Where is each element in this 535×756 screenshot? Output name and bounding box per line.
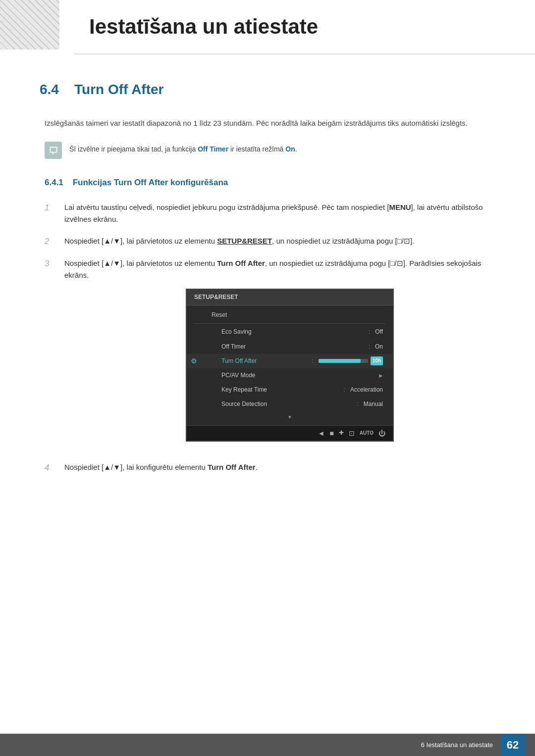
section-title-text: Turn Off After (74, 82, 163, 97)
intro-paragraph: Izslēgšanās taimeri var iestatīt diapazo… (40, 117, 495, 129)
nav-enter-icon: ⊡ (349, 428, 355, 439)
step-3-number: 3 (45, 257, 54, 270)
nav-stop-icon: ■ (329, 428, 333, 439)
menu-key: MENU (389, 203, 411, 211)
footer-text: 6 Iestatīšana un atiestate (421, 740, 493, 750)
subsection-number: 6.4.1 (45, 178, 63, 187)
chapter-title: Iestatīšana un atiestate (89, 15, 318, 38)
screen-nav-bar: ◄ ■ ✚ ⊡ AUTO ⏻ (187, 425, 393, 441)
step-4-content: Nospiediet [▲/▼], lai konfigurētu elemen… (64, 461, 495, 473)
screen-menu: Reset Eco Saving : Off (187, 305, 393, 425)
step-3-content: Nospiediet [▲/▼], lai pārvietotos uz ele… (64, 257, 495, 452)
turn-off-after-label-step4: Turn Off After (208, 463, 256, 471)
note-highlight-off-timer: Off Timer (198, 145, 228, 153)
progress-label: 10h (371, 356, 383, 365)
step-2-content: Nospiediet [▲/▼], lai pārvietotos uz ele… (64, 235, 495, 247)
note-icon (45, 142, 62, 159)
decorative-pattern (0, 0, 59, 50)
turn-off-after-label-step3: Turn Off After (217, 259, 265, 267)
screen-title: SETUP&RESET (187, 290, 393, 305)
progress-bar (319, 359, 368, 363)
note-box: Šī izvēlne ir pieejama tikai tad, ja fun… (40, 142, 495, 159)
progress-fill (319, 359, 361, 363)
step-1-number: 1 (45, 202, 54, 214)
menu-item-source-detection: Source Detection : Manual (187, 397, 393, 411)
screen-mockup-container: SETUP&RESET Reset Eco Saving (84, 289, 495, 442)
step-4-number: 4 (45, 461, 54, 474)
page-number: 62 (500, 734, 525, 756)
note-text: Šī izvēlne ir pieejama tikai tad, ja fun… (69, 142, 297, 154)
menu-item-turn-off-after: ⚙ Turn Off After : 10h (187, 354, 393, 368)
step-3: 3 Nospiediet [▲/▼], lai pārvietotos uz e… (45, 257, 495, 452)
menu-item-eco-saving: Eco Saving : Off (187, 325, 393, 339)
subsection-title-text: Funkcijas Turn Off After konfigurēšana (73, 178, 228, 187)
menu-item-reset: Reset (187, 308, 393, 322)
step-4: 4 Nospiediet [▲/▼], lai konfigurētu elem… (45, 461, 495, 474)
scroll-indicator: ▼ (187, 412, 393, 423)
nav-plus-icon: ✚ (339, 428, 344, 438)
menu-item-pcav-mode: PC/AV Mode ▶ (187, 368, 393, 383)
menu-separator-1 (194, 323, 385, 324)
screen-mockup: SETUP&RESET Reset Eco Saving (186, 289, 394, 442)
nav-back-icon: ◄ (318, 428, 325, 439)
nav-power-icon: ⏻ (378, 428, 385, 439)
menu-item-off-timer: Off Timer : On (187, 340, 393, 354)
section-number: 6.4 (40, 82, 59, 97)
note-highlight-on: On (285, 145, 295, 153)
steps-list: 1 Lai atvērtu taustiņu ceļvedi, nospiedi… (40, 202, 495, 474)
step-1: 1 Lai atvērtu taustiņu ceļvedi, nospiedi… (45, 202, 495, 225)
menu-item-key-repeat: Key Repeat Time : Acceleration (187, 383, 393, 397)
subsection-title: 6.4.1 Funkcijas Turn Off After konfigurē… (45, 178, 228, 187)
section-title: 6.4 Turn Off After (40, 82, 163, 97)
progress-bar-container: 10h (319, 356, 383, 365)
step-1-content: Lai atvērtu taustiņu ceļvedi, nospiediet… (64, 202, 495, 225)
nav-auto-label: AUTO (360, 429, 374, 437)
step-2: 2 Nospiediet [▲/▼], lai pārvietotos uz e… (45, 235, 495, 248)
step-2-number: 2 (45, 235, 54, 248)
setup-reset-label: SETUP&RESET (217, 237, 272, 245)
page-footer: 6 Iestatīšana un atiestate 62 (0, 734, 535, 756)
